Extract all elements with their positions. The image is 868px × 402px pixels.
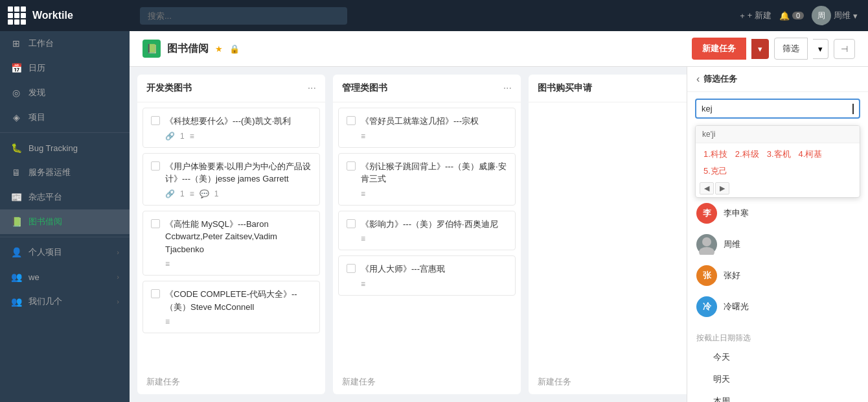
- sidebar-item-label: 项目: [29, 112, 119, 123]
- project-icon: 📗: [143, 40, 161, 58]
- date-item-today[interactable]: 今天: [687, 346, 868, 368]
- project-title: 图书借阅: [167, 42, 209, 56]
- member-item-lenghuo[interactable]: 冷 冷曙光: [687, 291, 868, 322]
- sidebar-item-us[interactable]: 👥 我们几个 ›: [0, 289, 130, 314]
- new-label: + 新建: [748, 10, 771, 21]
- task-checkbox[interactable]: [151, 289, 160, 298]
- autocomplete-item-2[interactable]: 2.科级: [733, 147, 762, 161]
- add-task-devbooks[interactable]: 新建任务: [137, 370, 325, 394]
- filter-dropdown-button[interactable]: ▾: [813, 39, 828, 59]
- list-item[interactable]: 《用户体验要素-以用户为中心的产品设计》---（美）jesse james Ga…: [143, 153, 320, 206]
- sidebar-item-label: 杂志平台: [29, 191, 119, 203]
- project-actions: 新建任务 ▾ 筛选 ▾ ⊣: [692, 38, 855, 60]
- task-title: 《科技想要什么》---(美)凯文·凯利: [165, 115, 291, 128]
- new-task-dropdown-button[interactable]: ▾: [751, 39, 769, 59]
- task-title: 《用户体验要素-以用户为中心的产品设计》---（美）jesse james Ga…: [165, 160, 312, 185]
- star-icon[interactable]: ★: [215, 44, 223, 54]
- kanban-area: 开发类图书 ··· 《科技想要什么》---(美)凯文·凯利 🔗 1 ≡: [130, 67, 868, 402]
- date-item-tomorrow[interactable]: 明天: [687, 368, 868, 390]
- new-task-button[interactable]: 新建任务: [692, 38, 746, 60]
- task-title: 《高性能 MySQL》---Baron Ccbwartz,Peter Zaits…: [165, 218, 312, 256]
- list-item[interactable]: 《别让猴子跳回背上》---（美）威廉·安肯三式 ≡: [338, 153, 516, 206]
- magazine-icon: 📰: [10, 191, 22, 203]
- lines-icon: ≡: [361, 234, 365, 243]
- sidebar-item-bookborrow[interactable]: 📗 图书借阅: [0, 209, 130, 234]
- member-item-zhanghao[interactable]: 张 张好: [687, 260, 868, 291]
- sidebar-item-personal[interactable]: 👤 个人项目 ›: [0, 240, 130, 265]
- member-name-lenghuo: 冷曙光: [724, 301, 749, 313]
- sidebar-item-label: 服务器运维: [29, 167, 119, 178]
- autocomplete-prev-button[interactable]: ◀: [700, 182, 714, 195]
- sidebar-item-label: 我们几个: [29, 296, 110, 307]
- list-item[interactable]: 《用人大师》---宫惠珉 ≡: [338, 255, 516, 296]
- task-checkbox[interactable]: [347, 161, 356, 171]
- user-menu[interactable]: 周 周维 ▾: [812, 6, 858, 25]
- col-title-devbooks: 开发类图书: [146, 82, 192, 94]
- list-item[interactable]: 《科技想要什么》---(美)凯文·凯利 🔗 1 ≡: [143, 108, 320, 148]
- col-more-icon[interactable]: ···: [308, 82, 316, 94]
- list-item[interactable]: 《管好员工就靠这几招》---宗权 ≡: [338, 108, 516, 148]
- task-checkbox[interactable]: [347, 116, 356, 125]
- topbar: + + 新建 🔔 0 周 周维 ▾: [130, 0, 868, 31]
- autocomplete-item-3[interactable]: 3.客机: [764, 147, 794, 161]
- sidebar-item-magazine[interactable]: 📰 杂志平台: [0, 185, 130, 209]
- filter-button[interactable]: 筛选: [774, 38, 808, 60]
- comment-icon: 💬: [200, 189, 209, 198]
- autocomplete-item-5[interactable]: 5.克己: [701, 164, 730, 178]
- lines-icon: ≡: [165, 259, 170, 268]
- add-task-mgmtbooks[interactable]: 新建任务: [333, 370, 521, 394]
- sidebar-item-label: 图书借阅: [29, 216, 119, 228]
- text-cursor: [852, 104, 854, 114]
- sidebar-item-calendar[interactable]: 📅 日历: [0, 56, 130, 80]
- svg-point-1: [699, 247, 714, 255]
- member-name-zhouwei: 周维: [724, 239, 740, 250]
- filter-search-wrap: [687, 92, 868, 125]
- bugtracking-icon: 🐛: [10, 142, 22, 154]
- task-title: 《管好员工就靠这几招》---宗权: [361, 115, 479, 128]
- list-item[interactable]: 《高性能 MySQL》---Baron Ccbwartz,Peter Zaits…: [143, 211, 320, 276]
- search-input[interactable]: [140, 7, 347, 25]
- sidebar-item-workbench[interactable]: ⊞ 工作台: [0, 31, 130, 56]
- notification-button[interactable]: 🔔 0: [779, 11, 804, 21]
- col-more-icon2[interactable]: ···: [503, 82, 512, 94]
- col-header-mgmtbooks: 管理类图书 ···: [333, 75, 521, 102]
- sidebar-item-we[interactable]: 👥 we ›: [0, 265, 130, 289]
- new-button[interactable]: + + 新建: [740, 10, 771, 21]
- autocomplete-item-4[interactable]: 4.柯基: [796, 147, 825, 161]
- member-name-lishen: 李申寒: [724, 207, 749, 219]
- member-name-zhanghao: 张好: [724, 270, 740, 281]
- kanban-col-mgmtbooks: 管理类图书 ··· 《管好员工就靠这几招》---宗权 ≡: [333, 75, 521, 394]
- chevron-right-icon: ›: [117, 248, 119, 256]
- avatar-initials: 周: [817, 10, 825, 21]
- collapse-button[interactable]: ⊣: [834, 39, 855, 59]
- list-item[interactable]: 《CODE COMPLETE-代码大全》--（美）Steve McConnell…: [143, 281, 320, 333]
- add-task-purchase[interactable]: 新建任务: [529, 370, 687, 394]
- project-header: 📗 图书借阅 ★ 🔒 新建任务 ▾ 筛选 ▾ ⊣: [130, 31, 868, 67]
- date-item-thisweek[interactable]: 本周: [687, 390, 868, 402]
- user-name: 周维: [834, 10, 851, 21]
- sidebar-item-bugtracking[interactable]: 🐛 Bug Tracking: [0, 136, 130, 160]
- autocomplete-item-1[interactable]: 1.科技: [701, 147, 730, 161]
- autocomplete-next-button[interactable]: ▶: [715, 182, 729, 195]
- task-checkbox[interactable]: [151, 219, 160, 228]
- avatar-zhouwei: [696, 234, 717, 255]
- kanban-col-devbooks: 开发类图书 ··· 《科技想要什么》---(美)凯文·凯利 🔗 1 ≡: [137, 75, 325, 394]
- col-body-devbooks: 《科技想要什么》---(美)凯文·凯利 🔗 1 ≡ 《用户体验要素-以用户为中心…: [137, 102, 325, 370]
- sidebar-item-serverops[interactable]: 🖥 服务器运维: [0, 160, 130, 185]
- task-meta: ≡: [347, 234, 507, 243]
- sidebar-item-label: 个人项目: [29, 246, 110, 258]
- task-checkbox[interactable]: [347, 219, 356, 228]
- task-checkbox[interactable]: [151, 161, 160, 171]
- task-checkbox[interactable]: [151, 116, 160, 125]
- member-item-lishen[interactable]: 李 李申寒: [687, 198, 868, 229]
- list-item[interactable]: 《影响力》---（美）罗伯特·西奥迪尼 ≡: [338, 211, 516, 251]
- us-icon: 👥: [10, 296, 22, 307]
- member-item-zhouwei[interactable]: 周维: [687, 229, 868, 260]
- filter-search-input[interactable]: [695, 99, 860, 119]
- back-icon[interactable]: ‹: [696, 73, 700, 85]
- sidebar-item-discover[interactable]: ◎ 发现: [0, 80, 130, 105]
- autocomplete-nav: ◀ ▶: [696, 182, 860, 197]
- lock-icon: 🔒: [229, 44, 240, 54]
- task-checkbox[interactable]: [347, 264, 356, 273]
- sidebar-item-projects[interactable]: ◈ 项目: [0, 105, 130, 130]
